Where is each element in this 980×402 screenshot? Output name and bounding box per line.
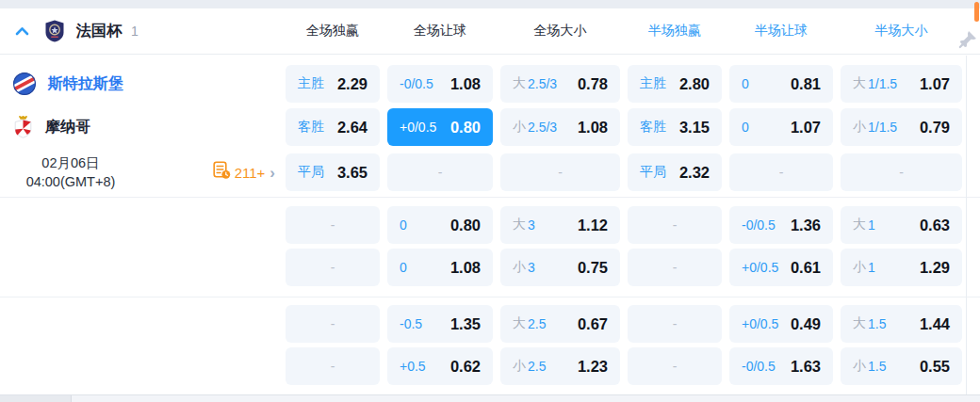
chevron-right-icon: › [270, 165, 275, 181]
odds-value: 1.29 [920, 259, 950, 277]
odds-label: -0/0.5 [742, 359, 776, 374]
odds-cell-ftou-under[interactable]: 小2.5/31.08 [500, 108, 620, 146]
odds-cell-htou-under[interactable]: 小1.50.55 [841, 347, 962, 385]
odds-value: 1.08 [450, 75, 481, 93]
odds-cell-ft1x2-draw[interactable]: 平局3.65 [286, 153, 380, 191]
odds-value: 1.35 [450, 315, 481, 333]
odds-cell-ftou-over[interactable]: 大31.12 [500, 206, 620, 244]
pin-icon[interactable] [957, 29, 978, 54]
odds-cell-hthandicap-home[interactable]: 00.81 [729, 65, 833, 103]
ou-line: 1/1.5 [868, 76, 897, 91]
over-label: 大 [513, 315, 526, 332]
odds-value: 0.61 [791, 259, 821, 277]
ou-line: 1/1.5 [868, 120, 897, 135]
odds-cell-ftou-under[interactable]: 小2.51.23 [500, 347, 620, 385]
odds-cell-empty: - [286, 249, 380, 286]
odds-cell-hthandicap-away[interactable]: 01.07 [729, 108, 833, 146]
odds-value: 0.79 [920, 119, 950, 137]
odds-cell-fthandicap[interactable]: -0.51.35 [387, 305, 493, 343]
odds-cell-ht1x2-home[interactable]: 主胜2.80 [628, 65, 722, 103]
over-label: 大 [513, 75, 526, 92]
dash: - [331, 217, 335, 233]
odds-cell-htou-under[interactable]: 小1/1.50.79 [841, 108, 962, 146]
more-markets-link[interactable]: 211+ › [213, 161, 275, 184]
odds-cell-htou-over[interactable]: 大10.63 [841, 206, 962, 244]
odds-cell-fthandicap[interactable]: +0.50.62 [387, 347, 493, 385]
odds-cell-empty: - [286, 347, 380, 385]
league-block: 法国杯 1 [0, 20, 283, 42]
odds-value: 1.23 [578, 358, 608, 376]
ou-line: 3 [528, 217, 535, 233]
away-team-name[interactable]: 摩纳哥 [45, 118, 90, 137]
home-team-row: 斯特拉斯堡 主胜2.29 -0/0.51.08 大2.5/30.78 主胜2.8… [0, 65, 980, 103]
column-header-ht-overunder: 半场大小 [841, 23, 962, 40]
away-team-row: 摩纳哥 客胜2.64 +0/0.50.80 小2.5/31.08 客胜3.15 … [0, 108, 980, 146]
odds-cell-htou-under[interactable]: 小11.29 [841, 249, 962, 286]
odds-value: 0.63 [920, 217, 950, 234]
match-datetime: 02月06日 04:00(GMT+8) [0, 153, 141, 191]
tertiary-odds-section: - -0.51.35 大2.50.67 - +0/0.50.49 大1.51.4… [0, 297, 980, 395]
ou-line: 2.5/3 [528, 76, 557, 91]
odds-cell-fthandicap-away-selected[interactable]: +0/0.50.80 [387, 108, 493, 146]
odds-cell-ft1x2-home[interactable]: 主胜2.29 [286, 65, 380, 103]
over-label: 大 [853, 315, 866, 332]
home-team-logo-icon [13, 72, 36, 95]
odds-value: 0.80 [450, 119, 481, 137]
column-header-ft-handicap: 全场让球 [387, 23, 493, 40]
home-team-name[interactable]: 斯特拉斯堡 [48, 74, 123, 94]
league-header: 法国杯 1 全场独赢 全场让球 全场大小 半场独赢 半场让球 半场大小 [0, 8, 980, 55]
odds-cell-hthandicap[interactable]: -0/0.51.63 [729, 347, 833, 385]
ou-line: 1.5 [868, 316, 886, 331]
scrollbar-thumb[interactable] [974, 2, 979, 22]
odds-cell-ftou-over[interactable]: 大2.50.67 [500, 305, 620, 343]
odds-value: 0.49 [791, 315, 821, 333]
dash: - [673, 359, 678, 374]
alt-line-row: - +0.50.62 小2.51.23 - -0/0.51.63 小1.50.5… [0, 347, 980, 385]
odds-value: 3.65 [337, 164, 368, 182]
match-time: 04:00(GMT+8) [0, 172, 141, 191]
odds-cell-empty: - [286, 305, 380, 343]
odds-cell-hthandicap[interactable]: +0/0.50.61 [729, 249, 833, 286]
odds-cell-empty: - [729, 153, 833, 191]
column-header-ft-overunder: 全场大小 [500, 23, 620, 40]
odds-value: 2.32 [679, 164, 710, 182]
odds-label: 0 [400, 217, 407, 233]
ou-line: 1.5 [868, 359, 886, 374]
odds-cell-htou-over[interactable]: 大1/1.51.07 [841, 65, 962, 103]
odds-label: -0/0.5 [400, 76, 433, 91]
under-label: 小 [853, 119, 866, 136]
odds-label: 0 [742, 120, 749, 135]
odds-value: 0.80 [450, 217, 481, 234]
odds-label: +0.5 [400, 359, 426, 374]
odds-label: 客胜 [298, 119, 324, 136]
next-section-edge-segment [0, 395, 72, 402]
odds-cell-fthandicap-home[interactable]: -0/0.51.08 [387, 65, 493, 103]
odds-cell-ht1x2-away[interactable]: 客胜3.15 [628, 108, 722, 146]
odds-value: 1.44 [920, 315, 950, 333]
odds-cell-htou-over[interactable]: 大1.51.44 [841, 305, 962, 343]
odds-label: 0 [400, 260, 407, 275]
ou-line: 1 [868, 260, 875, 275]
collapse-chevron-up-icon[interactable] [15, 26, 29, 36]
odds-cell-ft1x2-away[interactable]: 客胜2.64 [286, 108, 380, 146]
odds-cell-fthandicap[interactable]: 01.08 [387, 249, 493, 286]
ou-line: 2.5/3 [528, 120, 557, 135]
odds-value: 2.64 [337, 119, 368, 137]
odds-cell-empty: - [628, 206, 722, 244]
odds-cell-ht1x2-draw[interactable]: 平局2.32 [628, 153, 722, 191]
odds-value: 2.29 [337, 75, 368, 93]
dash: - [331, 260, 335, 275]
under-label: 小 [853, 259, 866, 276]
odds-cell-hthandicap[interactable]: +0/0.50.49 [729, 305, 833, 343]
odds-label: +0/0.5 [742, 260, 778, 275]
away-team-logo-icon [13, 116, 33, 138]
odds-cell-hthandicap[interactable]: -0/0.51.36 [729, 206, 833, 244]
league-name[interactable]: 法国杯 [76, 22, 122, 41]
odds-cell-ftou-under[interactable]: 小30.75 [500, 249, 620, 286]
odds-label: 0 [742, 76, 749, 91]
odds-cell-ftou-over[interactable]: 大2.5/30.78 [500, 65, 620, 103]
under-label: 小 [513, 358, 526, 375]
ou-line: 2.5 [528, 359, 546, 374]
markets-icon [213, 161, 231, 184]
odds-cell-fthandicap[interactable]: 00.80 [387, 206, 493, 244]
